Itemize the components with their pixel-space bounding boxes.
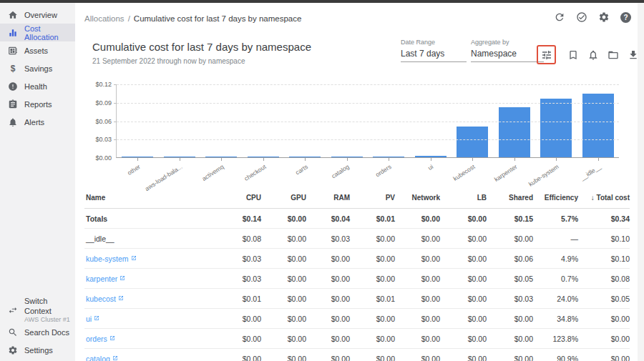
- bar[interactable]: [540, 99, 572, 157]
- sidebar-item-savings[interactable]: $ Savings: [0, 59, 75, 77]
- x-tick-mark: [556, 158, 557, 161]
- column-header-lb[interactable]: LB: [440, 194, 487, 202]
- cell-lb: $0.00: [440, 254, 487, 263]
- bar[interactable]: [248, 157, 279, 157]
- cell-network: $0.00: [395, 234, 440, 243]
- table-row-orders[interactable]: orders$0.00$0.00$0.00$0.00$0.00$0.00$0.0…: [84, 329, 630, 349]
- cell-gpu: $0.00: [261, 335, 306, 343]
- cell-ram: $0.00: [306, 275, 350, 283]
- table-row-totals[interactable]: Totals$0.14$0.00$0.04$0.01$0.00$0.00$0.1…: [84, 209, 630, 229]
- breadcrumb-separator: /: [125, 14, 134, 23]
- column-header-total-cost[interactable]: ↓ Total cost: [578, 194, 630, 202]
- cell-network: $0.00: [395, 214, 440, 223]
- x-tick-mark: [431, 158, 431, 161]
- check-circle-button[interactable]: [576, 11, 587, 23]
- column-header-ram[interactable]: RAM: [306, 194, 350, 202]
- open-in-new-icon: [94, 315, 99, 323]
- namespace-link[interactable]: kube-system: [86, 254, 129, 263]
- cell-ram: $0.00: [306, 254, 350, 263]
- sidebar-item-cost-allocation[interactable]: Cost Allocation: [0, 24, 75, 41]
- y-tick-mark: [114, 122, 117, 122]
- date-range-value[interactable]: Last 7 days: [401, 49, 467, 62]
- breadcrumb-allocations[interactable]: Allocations: [84, 14, 125, 23]
- bar[interactable]: [205, 157, 237, 157]
- cell-name[interactable]: kube-system: [84, 254, 218, 263]
- table-row-idle[interactable]: __idle__$0.08$0.00$0.03$0.00$0.00$0.00$0…: [84, 229, 630, 249]
- bar[interactable]: [164, 157, 195, 157]
- column-header-cpu[interactable]: CPU: [218, 194, 261, 202]
- cell-name[interactable]: karpenter: [84, 275, 218, 283]
- help-button[interactable]: ?: [620, 12, 631, 23]
- namespace-link[interactable]: orders: [86, 335, 107, 343]
- bar[interactable]: [289, 157, 321, 157]
- bar[interactable]: [457, 127, 488, 157]
- x-axis-label: activemq: [201, 163, 225, 182]
- namespace-link[interactable]: karpenter: [86, 275, 117, 283]
- table-row-karpenter[interactable]: karpenter$0.03$0.00$0.00$0.00$0.00$0.00$…: [84, 269, 630, 289]
- cell-efficiency: —: [533, 234, 578, 243]
- cell-shared: $0.00: [487, 335, 533, 343]
- gear-icon: [8, 345, 18, 355]
- column-header-efficiency[interactable]: Efficiency: [533, 194, 578, 202]
- table-header-row: NameCPUGPURAMPVNetworkLBSharedEfficiency…: [84, 187, 630, 209]
- aggregate-by-value[interactable]: Namespace: [471, 49, 544, 62]
- table-row-ui[interactable]: ui$0.00$0.00$0.00$0.00$0.00$0.00$0.0034.…: [84, 309, 630, 329]
- tune-filters-icon[interactable]: [541, 49, 552, 61]
- bar[interactable]: [331, 157, 363, 157]
- date-range-select[interactable]: Date Range Last 7 days: [401, 39, 467, 62]
- chart-plot: otheraws-load-bala...activemqcheckoutcar…: [116, 84, 619, 158]
- cell-pv: $0.00: [350, 335, 395, 343]
- namespace-link[interactable]: ui: [86, 315, 92, 323]
- cell-name: Totals: [84, 214, 218, 223]
- sidebar-item-overview[interactable]: Overview: [0, 6, 75, 24]
- cell-name[interactable]: catalog: [84, 355, 218, 361]
- bar[interactable]: [499, 107, 530, 157]
- column-header-pv[interactable]: PV: [350, 194, 395, 202]
- search-docs-button[interactable]: Search Docs: [0, 323, 75, 341]
- bar[interactable]: [122, 157, 153, 157]
- bar[interactable]: [373, 157, 404, 157]
- search-icon: [8, 327, 18, 337]
- cell-lb: $0.00: [440, 315, 487, 323]
- sidebar-item-assets[interactable]: Assets: [0, 41, 75, 59]
- bar[interactable]: [415, 156, 447, 157]
- column-header-network[interactable]: Network: [395, 194, 440, 202]
- sidebar-item-alerts[interactable]: Alerts: [0, 113, 75, 131]
- cell-pv: $0.00: [350, 234, 395, 243]
- alerts-button[interactable]: [587, 49, 599, 61]
- column-header-shared[interactable]: Shared: [487, 194, 533, 202]
- sidebar-item-reports[interactable]: Reports: [0, 95, 75, 113]
- gear-button[interactable]: [598, 11, 610, 23]
- cell-name[interactable]: orders: [84, 335, 218, 343]
- x-axis-label: __idle__: [579, 163, 602, 182]
- cell-ram: $0.00: [306, 315, 350, 323]
- settings-button[interactable]: Settings: [0, 341, 75, 359]
- open-reports-button[interactable]: [608, 49, 619, 61]
- cell-name[interactable]: kubecost: [84, 295, 218, 303]
- scrollbar[interactable]: [638, 3, 644, 361]
- cell-cpu: $0.08: [218, 234, 261, 243]
- cell-lb: $0.00: [440, 234, 487, 243]
- cell-total-cost: $0.05: [578, 295, 630, 303]
- refresh-button[interactable]: [554, 11, 565, 23]
- table-row-kube-system[interactable]: kube-system$0.03$0.00$0.00$0.00$0.00$0.0…: [84, 249, 630, 269]
- cell-pv: $0.00: [350, 355, 395, 361]
- sidebar-item-health[interactable]: Health: [0, 77, 75, 95]
- namespace-link[interactable]: catalog: [86, 355, 110, 361]
- sidebar-item-label: Assets: [24, 46, 48, 55]
- namespace-link[interactable]: kubecost: [86, 295, 116, 303]
- table-row-catalog[interactable]: catalog$0.00$0.00$0.00$0.00$0.00$0.00$0.…: [84, 349, 630, 361]
- filters-button-highlight[interactable]: [537, 45, 556, 64]
- switch-context-button[interactable]: Switch Context AWS Cluster #1: [0, 297, 75, 323]
- aggregate-by-select[interactable]: Aggregate by Namespace: [471, 39, 544, 62]
- save-report-button[interactable]: [567, 49, 579, 61]
- column-header-name[interactable]: Name: [84, 194, 218, 202]
- table-row-kubecost[interactable]: kubecost$0.01$0.00$0.00$0.01$0.00$0.00$0…: [84, 289, 630, 309]
- home-icon: [8, 10, 18, 20]
- switch-context-label: Switch Context: [24, 297, 75, 315]
- cell-lb: $0.00: [440, 214, 487, 223]
- cell-name[interactable]: ui: [84, 315, 218, 323]
- cell-gpu: $0.00: [261, 315, 306, 323]
- bookmark-icon: [567, 49, 579, 61]
- column-header-gpu[interactable]: GPU: [261, 194, 306, 202]
